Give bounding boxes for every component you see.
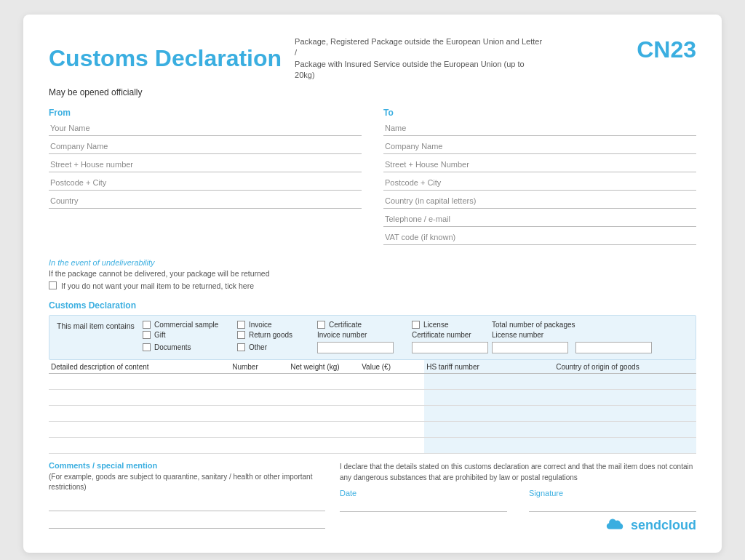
other-cb: Other bbox=[237, 343, 317, 351]
date-line bbox=[340, 499, 507, 512]
mail-item-contains-label: This mail item contains bbox=[57, 321, 137, 330]
desc-cell bbox=[49, 421, 230, 437]
number-cell bbox=[230, 373, 288, 389]
weight-cell bbox=[288, 373, 359, 389]
number-cell bbox=[230, 421, 288, 437]
sendcloud-logo: sendcloud bbox=[340, 518, 696, 533]
from-street-input[interactable] bbox=[49, 157, 362, 172]
col-description: Detailed description of content bbox=[49, 360, 230, 374]
gift-checkbox[interactable] bbox=[143, 331, 151, 339]
desc-cell bbox=[49, 373, 230, 389]
to-section: To bbox=[383, 108, 696, 248]
undeliverability-section: In the event of undeliverability If the … bbox=[49, 258, 696, 290]
certificate-number-label: Certificate number bbox=[412, 331, 492, 339]
commercial-sample-cb: Commercial sample bbox=[143, 321, 237, 329]
commercial-sample-checkbox[interactable] bbox=[143, 321, 151, 329]
header: Customs Declaration Package, Registered … bbox=[49, 36, 696, 81]
country-cell bbox=[554, 437, 696, 453]
value-cell bbox=[359, 389, 424, 405]
documents-checkbox[interactable] bbox=[143, 343, 151, 351]
documents-label: Documents bbox=[154, 343, 191, 351]
return-goods-checkbox[interactable] bbox=[237, 331, 245, 339]
desc-cell bbox=[49, 405, 230, 421]
col-value: Value (€) bbox=[359, 360, 424, 374]
weight-cell bbox=[288, 421, 359, 437]
hs-cell bbox=[424, 437, 554, 453]
comments-line-2 bbox=[49, 517, 325, 529]
total-packages-label: Total number of packages bbox=[492, 321, 688, 329]
to-street-input[interactable] bbox=[383, 157, 696, 172]
comments-title: Comments / special mention bbox=[49, 461, 325, 470]
number-cell bbox=[230, 389, 288, 405]
date-item: Date bbox=[340, 489, 507, 512]
country-cell bbox=[554, 405, 696, 421]
weight-cell bbox=[288, 437, 359, 453]
from-name-input[interactable] bbox=[49, 121, 362, 136]
page-title: Customs Declaration bbox=[49, 45, 282, 72]
other-checkbox[interactable] bbox=[237, 343, 245, 351]
declaration-section: I declare that the details stated on thi… bbox=[340, 461, 696, 533]
hs-cell bbox=[424, 405, 554, 421]
comments-section: Comments / special mention (For example,… bbox=[49, 461, 325, 535]
declaration-text: I declare that the details stated on thi… bbox=[340, 461, 696, 483]
customs-declaration-label: Customs Declaration bbox=[49, 300, 696, 311]
to-company-input[interactable] bbox=[383, 139, 696, 154]
col-number: Number bbox=[230, 360, 288, 374]
cn23-code: CN23 bbox=[637, 36, 696, 63]
invoice-checkbox[interactable] bbox=[237, 321, 245, 329]
date-signature-row: Date Signature bbox=[340, 489, 696, 512]
value-cell bbox=[359, 421, 424, 437]
col-hs: HS tariff number bbox=[424, 360, 554, 374]
cloud-icon bbox=[605, 518, 625, 532]
return-goods-cb: Return goods bbox=[237, 331, 317, 339]
certificate-label: Certificate bbox=[329, 321, 362, 329]
from-postcode-input[interactable] bbox=[49, 175, 362, 191]
table-row bbox=[49, 389, 696, 405]
undeliverability-title: In the event of undeliverability bbox=[49, 258, 696, 267]
mail-type-area: This mail item contains Commercial sampl… bbox=[49, 315, 696, 360]
desc-cell bbox=[49, 389, 230, 405]
may-be-opened-text: May be opened officially bbox=[49, 87, 696, 97]
header-description: Package, Registered Package outside the … bbox=[295, 36, 542, 81]
to-telephone-input[interactable] bbox=[383, 212, 696, 227]
comments-line-1 bbox=[49, 500, 325, 511]
no-return-label: If you do not want your mail item to be … bbox=[61, 281, 254, 290]
other-label: Other bbox=[249, 343, 267, 351]
country-cell bbox=[554, 373, 696, 389]
license-checkbox[interactable] bbox=[412, 321, 420, 329]
header-left: Customs Declaration Package, Registered … bbox=[49, 36, 637, 81]
gift-cb: Gift bbox=[143, 331, 237, 339]
signature-item: Signature bbox=[529, 489, 696, 512]
invoice-label: Invoice bbox=[249, 321, 272, 329]
undeliverability-text: If the package cannot be delivered, your… bbox=[49, 269, 696, 278]
value-cell bbox=[359, 405, 424, 421]
certificate-number-input[interactable] bbox=[412, 342, 488, 353]
no-return-checkbox[interactable] bbox=[49, 281, 57, 289]
no-return-checkbox-row: If you do not want your mail item to be … bbox=[49, 281, 696, 290]
total-packages-input[interactable] bbox=[575, 342, 652, 353]
from-section: From bbox=[49, 108, 362, 248]
from-company-input[interactable] bbox=[49, 139, 362, 154]
license-number-input[interactable] bbox=[492, 342, 568, 353]
col-country: Country of origin of goods bbox=[554, 360, 696, 374]
certificate-checkbox[interactable] bbox=[317, 321, 325, 329]
country-cell bbox=[554, 421, 696, 437]
from-to-section: From To bbox=[49, 108, 696, 248]
return-goods-label: Return goods bbox=[249, 331, 292, 339]
country-cell bbox=[554, 389, 696, 405]
invoice-number-input[interactable] bbox=[317, 342, 394, 353]
from-label: From bbox=[49, 108, 362, 118]
weight-cell bbox=[288, 405, 359, 421]
value-cell bbox=[359, 373, 424, 389]
from-country-input[interactable] bbox=[49, 193, 362, 209]
to-postcode-input[interactable] bbox=[383, 175, 696, 191]
date-label: Date bbox=[340, 489, 507, 497]
to-name-input[interactable] bbox=[383, 121, 696, 136]
to-country-input[interactable] bbox=[383, 193, 696, 209]
signature-line bbox=[529, 499, 696, 512]
table-row bbox=[49, 373, 696, 389]
table-row bbox=[49, 405, 696, 421]
to-label: To bbox=[383, 108, 696, 118]
to-vat-input[interactable] bbox=[383, 230, 696, 245]
col-weight: Net weight (kg) bbox=[288, 360, 359, 374]
